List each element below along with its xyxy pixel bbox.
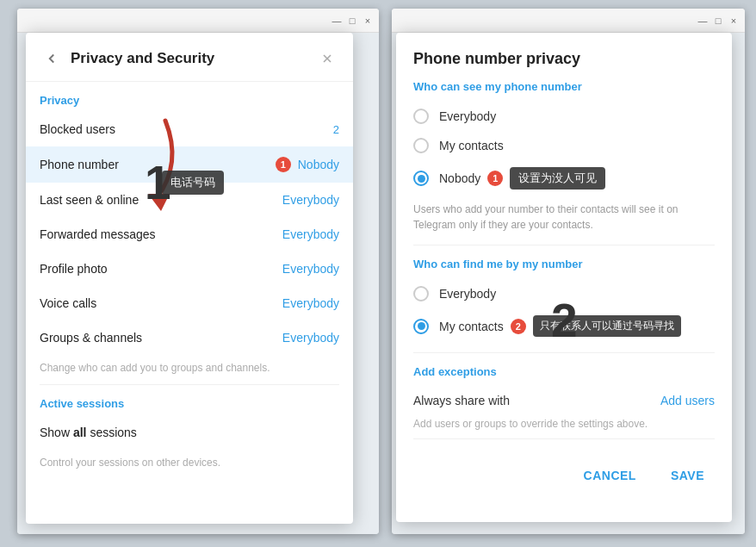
active-sessions-label: Active sessions [26, 385, 353, 415]
right-titlebar: — □ × [392, 9, 745, 33]
forwarded-messages-label: Forwarded messages [40, 227, 282, 241]
forwarded-messages-value: Everybody [282, 227, 339, 241]
last-seen-value: Everybody [282, 193, 339, 207]
see-everybody-label: Everybody [439, 109, 496, 123]
contacts-badge: 2 [511, 319, 526, 334]
see-nobody-option[interactable]: Nobody 1 设置为没人可见 [413, 160, 715, 196]
groups-channels-value: Everybody [282, 331, 339, 345]
find-contacts-radio[interactable] [413, 319, 429, 334]
blocked-users-count: 2 [333, 123, 339, 136]
dialog-actions: CANCEL SAVE [396, 448, 732, 503]
phone-number-dialog: Phone number privacy Who can see my phon… [396, 33, 732, 522]
privacy-section-label: Privacy [26, 82, 353, 112]
profile-photo-value: Everybody [282, 262, 339, 276]
dialog-title: Phone number privacy [413, 50, 715, 68]
exceptions-section: Add exceptions Always share with Add use… [413, 353, 715, 448]
see-everybody-radio[interactable] [413, 109, 429, 124]
privacy-panel: Privacy and Security Privacy Blocked use… [26, 33, 353, 524]
see-contacts-label: My contacts [439, 139, 504, 152]
close-btn-left[interactable]: × [362, 15, 374, 27]
always-share-row: Always share with Add users [413, 387, 715, 414]
last-seen-label: Last seen & online [40, 193, 282, 207]
nobody-tooltip: 设置为没人可见 [510, 167, 605, 190]
close-panel-button[interactable] [315, 47, 339, 71]
who-find-title: Who can find me by my number [413, 258, 715, 270]
phone-number-value: Nobody [298, 158, 339, 171]
close-btn-right[interactable]: × [728, 15, 740, 27]
back-button[interactable] [40, 47, 64, 71]
exceptions-title: Add exceptions [413, 365, 715, 378]
forwarded-messages-item[interactable]: Forwarded messages Everybody [26, 217, 353, 252]
groups-channels-label: Groups & channels [40, 331, 282, 345]
profile-photo-item[interactable]: Profile photo Everybody [26, 252, 353, 286]
find-contacts-label: My contacts [439, 320, 504, 333]
panel-title: Privacy and Security [71, 50, 315, 67]
voice-calls-value: Everybody [282, 296, 339, 310]
maximize-btn-left[interactable]: □ [346, 15, 358, 27]
exceptions-desc: Add users or groups to override the sett… [413, 414, 715, 439]
show-sessions-label: Show all sessions [40, 426, 339, 439]
cancel-button[interactable]: CANCEL [573, 462, 647, 489]
find-contacts-option[interactable]: My contacts 2 只有联系人可以通过号码寻找 [413, 308, 715, 344]
sessions-footer: Control your sessions on other devices. [26, 450, 353, 479]
privacy-header: Privacy and Security [26, 33, 353, 82]
left-titlebar: — □ × [17, 9, 379, 33]
always-share-label: Always share with [413, 394, 510, 407]
blocked-users-item[interactable]: Blocked users 2 [26, 112, 353, 146]
see-nobody-radio[interactable] [413, 171, 429, 186]
see-contacts-radio[interactable] [413, 138, 429, 153]
show-sessions-item[interactable]: Show all sessions [26, 415, 353, 450]
contacts-tooltip: 只有联系人可以通过号码寻找 [533, 315, 681, 337]
find-everybody-option[interactable]: Everybody [413, 279, 715, 308]
find-everybody-label: Everybody [439, 287, 496, 301]
see-everybody-option[interactable]: Everybody [413, 102, 715, 131]
voice-calls-item[interactable]: Voice calls Everybody [26, 286, 353, 320]
phone-tooltip: 电话号码 [162, 171, 224, 195]
who-see-title: Who can see my phone number [413, 80, 715, 93]
see-info-text: Users who add your number to their conta… [413, 196, 715, 246]
profile-photo-label: Profile photo [40, 262, 282, 276]
groups-channels-item[interactable]: Groups & channels Everybody [26, 320, 353, 355]
phone-tooltip-annotation: 电话号码 [162, 171, 224, 195]
see-nobody-label: Nobody [439, 171, 480, 185]
voice-calls-label: Voice calls [40, 296, 282, 310]
phone-badge: 1 [276, 157, 291, 172]
minimize-btn-left[interactable]: — [331, 15, 343, 27]
privacy-footer: Change who can add you to groups and cha… [26, 355, 353, 384]
blocked-users-label: Blocked users [40, 122, 333, 136]
minimize-btn-right[interactable]: — [697, 15, 709, 27]
nobody-badge: 1 [487, 171, 503, 186]
dialog-content: Phone number privacy Who can see my phon… [396, 33, 732, 448]
maximize-btn-right[interactable]: □ [712, 15, 724, 27]
add-users-button[interactable]: Add users [660, 394, 715, 407]
find-everybody-radio[interactable] [413, 286, 429, 301]
see-contacts-option[interactable]: My contacts [413, 131, 715, 160]
phone-number-label: Phone number [40, 158, 276, 171]
save-button[interactable]: SAVE [660, 462, 715, 489]
